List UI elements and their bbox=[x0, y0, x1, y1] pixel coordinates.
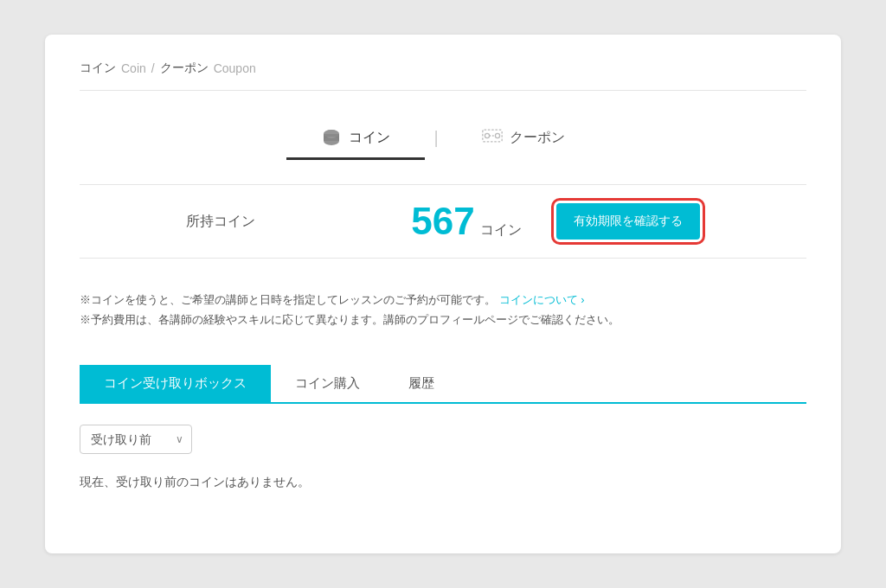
balance-section: 所持コイン 567 コイン 有効期限を確認する bbox=[80, 184, 806, 259]
filter-select-wrapper: 受け取り前 受け取り済み bbox=[80, 425, 192, 454]
filter-select[interactable]: 受け取り前 受け取り済み bbox=[80, 425, 192, 454]
empty-message: 現在、受け取り前のコインはありません。 bbox=[80, 468, 806, 497]
breadcrumb-coupon-jp: クーポン bbox=[160, 61, 209, 76]
breadcrumb-separator: / bbox=[151, 61, 155, 75]
balance-amount: 567 コイン bbox=[411, 202, 521, 240]
tab-divider: | bbox=[433, 128, 438, 148]
balance-label: 所持コイン bbox=[186, 213, 255, 231]
breadcrumb-coin-en: Coin bbox=[121, 61, 146, 75]
coin-icon bbox=[321, 127, 342, 148]
coupon-icon bbox=[482, 127, 503, 148]
filter-section: 受け取り前 受け取り済み bbox=[80, 425, 806, 454]
breadcrumb-coupon-en: Coupon bbox=[214, 61, 256, 75]
info-section: ※コインを使うと、ご希望の講師と日時を指定してレッスンのご予約が可能です。 コイ… bbox=[80, 276, 806, 344]
check-expiry-button[interactable]: 有効期限を確認する bbox=[556, 203, 700, 240]
balance-number: 567 bbox=[411, 202, 474, 240]
coin-info-link[interactable]: コインについて › bbox=[499, 293, 585, 306]
breadcrumb-coin-jp: コイン bbox=[80, 61, 116, 76]
svg-point-5 bbox=[485, 133, 489, 137]
sub-tab-receive-box[interactable]: コイン受け取りボックス bbox=[80, 365, 271, 402]
top-tabs: コイン | クーポン bbox=[80, 117, 806, 158]
info-text-line1: ※コインを使うと、ご希望の講師と日時を指定してレッスンのご予約が可能です。 コイ… bbox=[80, 290, 806, 310]
svg-point-6 bbox=[495, 133, 499, 137]
svg-point-3 bbox=[324, 130, 339, 138]
tab-coupon-label: クーポン bbox=[510, 129, 565, 147]
sub-tab-history[interactable]: 履歴 bbox=[384, 365, 459, 402]
sub-tab-purchase[interactable]: コイン購入 bbox=[271, 365, 384, 402]
tab-coupon[interactable]: クーポン bbox=[447, 117, 600, 158]
tab-coin-label: コイン bbox=[349, 129, 390, 147]
page-container: コイン Coin / クーポン Coupon コイン | bbox=[45, 35, 841, 553]
tab-coin[interactable]: コイン bbox=[286, 117, 425, 158]
info-text-line2: ※予約費用は、各講師の経験やスキルに応じて異なります。講師のプロフィールページで… bbox=[80, 310, 806, 329]
sub-tabs: コイン受け取りボックス コイン購入 履歴 bbox=[80, 365, 806, 404]
breadcrumb: コイン Coin / クーポン Coupon bbox=[80, 61, 806, 91]
balance-unit: コイン bbox=[480, 221, 522, 240]
